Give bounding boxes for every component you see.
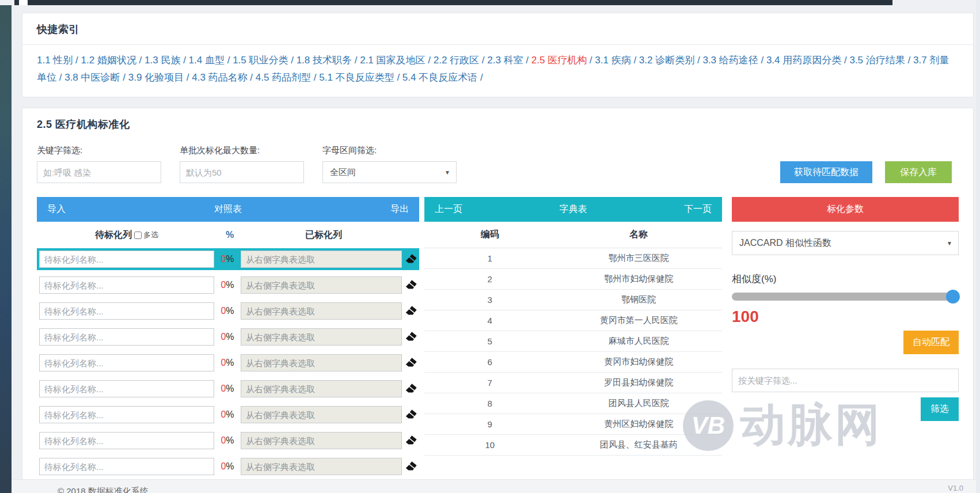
letter-range-select[interactable]: 全区间 ▼ xyxy=(322,161,457,183)
quick-index-link[interactable]: 1.4 血型 xyxy=(189,55,225,66)
pending-name-input[interactable] xyxy=(39,251,214,268)
pending-name-input[interactable] xyxy=(39,380,214,397)
standardized-name-input[interactable] xyxy=(241,328,402,346)
quick-index-link[interactable]: 3.5 治疗结果 xyxy=(849,55,905,66)
quick-index-link[interactable]: 5.4 不良反应术语 xyxy=(402,72,477,83)
pending-name-input[interactable] xyxy=(39,406,214,423)
letter-range-label: 字母区间筛选: xyxy=(322,145,457,156)
dictionary-row[interactable]: 6 黄冈市妇幼保健院 xyxy=(424,352,722,373)
quick-index-title: 快捷索引 xyxy=(37,22,959,36)
eraser-icon[interactable] xyxy=(402,461,417,472)
pending-name-input[interactable] xyxy=(39,432,214,449)
pending-name-input[interactable] xyxy=(39,276,214,294)
quick-index-link[interactable]: 4.3 药品名称 xyxy=(192,72,247,83)
quick-index-link[interactable]: 3.1 疾病 xyxy=(595,55,630,66)
dictionary-code-cell: 2 xyxy=(424,274,555,284)
eraser-icon[interactable] xyxy=(402,409,417,420)
quick-index-link[interactable]: 2.1 国家及地区 xyxy=(360,55,425,66)
dictionary-code-cell: 3 xyxy=(424,295,555,305)
quick-index-link[interactable]: 1.8 技术职务 xyxy=(297,55,352,66)
link-separator: / xyxy=(841,55,849,66)
dictionary-row[interactable]: 3 鄂钢医院 xyxy=(424,290,722,310)
quick-index-link[interactable]: 1.3 民族 xyxy=(145,55,180,66)
similarity-slider[interactable] xyxy=(732,293,959,301)
import-button[interactable]: 导入 xyxy=(47,203,66,215)
mapping-row: 0% xyxy=(37,430,419,452)
eraser-icon[interactable] xyxy=(402,384,417,394)
link-separator: / xyxy=(479,55,487,66)
keyword-filter-input[interactable] xyxy=(37,161,161,183)
vertical-scrollbar[interactable] xyxy=(976,0,980,493)
eraser-icon[interactable] xyxy=(402,435,417,446)
eraser-icon[interactable] xyxy=(402,254,417,264)
dictionary-row[interactable]: 9 黄州区妇幼保健院 xyxy=(424,414,722,435)
dictionary-row[interactable]: 8 团风县人民医院 xyxy=(424,393,722,414)
quick-index-link[interactable]: 2.3 科室 xyxy=(487,55,523,66)
quick-index-link[interactable]: 3.9 化验项目 xyxy=(128,72,184,83)
quick-index-link[interactable]: 2.5 医疗机构 xyxy=(531,55,587,66)
pending-name-input[interactable] xyxy=(39,302,214,320)
dictionary-row[interactable]: 1 鄂州市三医医院 xyxy=(424,248,722,269)
quick-index-link[interactable]: 5.1 不良反应类型 xyxy=(319,72,394,83)
standardized-name-input[interactable] xyxy=(241,432,402,449)
pending-name-input[interactable] xyxy=(39,458,214,475)
quick-index-link[interactable]: 3.4 用药原因分类 xyxy=(766,55,841,66)
fetch-pending-data-button[interactable]: 获取待匹配数据 xyxy=(780,161,872,183)
quick-index-link[interactable]: 2.2 行政区 xyxy=(434,55,479,66)
dictionary-row[interactable]: 7 罗田县妇幼保健院 xyxy=(424,373,722,393)
dictionary-row[interactable]: 2 鄂州市妇幼保健院 xyxy=(424,269,722,290)
save-to-db-button[interactable]: 保存入库 xyxy=(885,161,952,183)
eraser-icon[interactable] xyxy=(402,280,417,290)
export-button[interactable]: 导出 xyxy=(390,203,409,215)
quick-index-link[interactable]: 1.2 婚姻状况 xyxy=(81,55,136,66)
standardized-name-input[interactable] xyxy=(241,251,402,268)
dictionary-table-header: 编码 名称 xyxy=(424,222,722,248)
standardized-name-input[interactable] xyxy=(241,406,402,423)
standardized-name-input[interactable] xyxy=(241,302,402,320)
quick-index-link[interactable]: 3.3 给药途径 xyxy=(702,55,758,66)
quick-index-link[interactable]: 3.2 诊断类别 xyxy=(639,55,694,66)
eraser-icon[interactable] xyxy=(402,358,417,368)
quick-index-link[interactable]: 3.8 中医诊断 xyxy=(64,72,120,83)
filter-button[interactable]: 筛选 xyxy=(921,397,959,421)
standardized-name-input[interactable] xyxy=(241,380,402,397)
quick-index-link[interactable]: 4.5 药品剂型 xyxy=(256,72,311,83)
pending-name-input[interactable] xyxy=(39,328,214,346)
batch-size-label: 单批次标化最大数量: xyxy=(180,145,304,156)
dictionary-row[interactable]: 10 团风县、红安县基药 xyxy=(424,435,722,456)
standardized-name-input[interactable] xyxy=(241,458,402,475)
collapsed-nav-sidebar[interactable] xyxy=(0,5,12,493)
mapping-row: 0% xyxy=(37,352,419,374)
dictionary-row[interactable]: 4 黄冈市第一人民医院 xyxy=(424,310,722,331)
name-column-header: 名称 xyxy=(555,229,722,241)
footer: © 2018 数据标准化系统 V1.0 xyxy=(12,479,976,493)
link-separator: / xyxy=(523,55,531,66)
dictionary-row[interactable]: 5 麻城市人民医院 xyxy=(424,331,722,352)
quick-index-card: 快捷索引 1.1 性别 / 1.2 婚姻状况 / 1.3 民族 / 1.4 血型… xyxy=(22,13,974,97)
slider-thumb[interactable] xyxy=(946,290,960,304)
batch-size-input[interactable] xyxy=(180,161,304,183)
prev-page-button[interactable]: 上一页 xyxy=(435,203,462,215)
mapping-row: 0% xyxy=(37,274,419,296)
percent-column-header: % xyxy=(216,230,243,240)
similarity-function-select[interactable]: JACCARD 相似性函数 ▼ xyxy=(732,231,959,255)
eraser-icon[interactable] xyxy=(402,332,417,342)
dictionary-name-cell: 鄂州市三医医院 xyxy=(555,253,722,264)
standardization-card: 2.5 医疗机构标准化 关键字筛选: 单批次标化最大数量: 字母区间筛选: 全区… xyxy=(22,108,974,493)
standardized-name-input[interactable] xyxy=(241,354,402,371)
mapping-row: 0% xyxy=(37,378,419,400)
standardized-name-input[interactable] xyxy=(241,276,402,294)
link-separator: / xyxy=(180,55,188,66)
link-separator: / xyxy=(136,55,145,66)
dict-keyword-filter-input[interactable] xyxy=(732,369,959,392)
quick-index-link[interactable]: 1.5 职业分类 xyxy=(233,55,288,66)
match-percent: 0% xyxy=(214,332,241,342)
quick-index-link[interactable]: 1.1 性别 xyxy=(37,55,73,66)
eraser-icon[interactable] xyxy=(402,306,417,316)
dictionary-code-cell: 10 xyxy=(424,440,555,450)
pending-name-input[interactable] xyxy=(39,354,214,371)
multi-select-checkbox[interactable] xyxy=(134,232,142,239)
auto-match-button[interactable]: 自动匹配 xyxy=(903,331,959,354)
link-separator: / xyxy=(120,72,128,83)
next-page-button[interactable]: 下一页 xyxy=(684,203,712,215)
